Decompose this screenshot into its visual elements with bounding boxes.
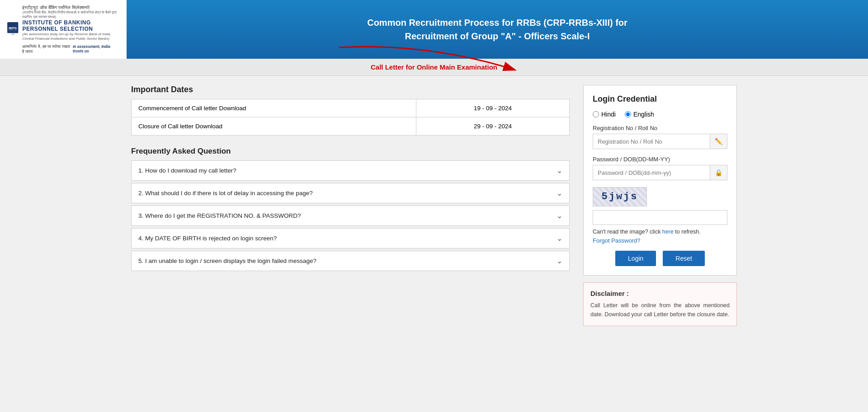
logo-text: इंस्टीट्यूट ऑफ बैंकिंग पर्सोनेल सिलेक्शन… — [22, 5, 120, 54]
pass-input-row: 🔒 — [593, 165, 727, 180]
language-selector: Hindi English — [593, 111, 727, 118]
captcha-input[interactable] — [593, 210, 727, 225]
captcha-refresh-link[interactable]: here — [662, 229, 674, 235]
logo-org-subtitle: (An autonomous body set up by Reserve Ba… — [22, 32, 120, 42]
table-row: Commencement of Call letter Download 19 … — [132, 99, 570, 117]
login-buttons: Login Reset — [593, 251, 727, 266]
logo-hindi-text: इंस्टीट्यूट ऑफ बैंकिंग पर्सोनेल सिलेक्शन… — [22, 5, 120, 10]
ibps-logo-icon: IBPS प्रतीक — [7, 16, 19, 42]
pass-field-label: Password / DOB(DD-MM-YY) — [593, 156, 727, 163]
lang-english-label: English — [633, 111, 654, 118]
right-column: Login Credential Hindi English Registrat… — [583, 85, 737, 326]
sub-header-banner: Call Letter for Online Main Examination — [0, 59, 868, 76]
faq-title: Frequently Asked Question — [131, 147, 570, 156]
login-button[interactable]: Login — [615, 251, 656, 266]
faq-question-text: 5. I am unable to login / screen display… — [138, 258, 316, 264]
page-header: IBPS प्रतीक इंस्टीट्यूट ऑफ बैंकिंग पर्सो… — [0, 0, 868, 59]
captcha-image: 5jwjs — [593, 187, 647, 206]
faq-item[interactable]: 1. How do I download my call letter? ⌄ — [131, 160, 570, 181]
chevron-down-icon: ⌄ — [557, 166, 562, 175]
faq-item[interactable]: 2. What should I do if there is lot of d… — [131, 183, 570, 203]
faq-question-text: 4. My DATE OF BIRTH is rejected on login… — [138, 235, 277, 242]
header-main-title: Common Recruitment Process for RRBs (CRP… — [367, 16, 627, 43]
logo-org-title: INSTITUTE OF BANKING PERSONNEL SELECTION — [22, 19, 120, 32]
main-content: Important Dates Commencement of Call let… — [118, 76, 750, 335]
faq-question-text: 2. What should I do if there is lot of d… — [138, 190, 313, 197]
lang-english-radio[interactable]: English — [625, 111, 654, 118]
chevron-down-icon: ⌄ — [557, 234, 562, 243]
left-column: Important Dates Commencement of Call let… — [131, 85, 570, 326]
captcha-help-post: to refresh. — [674, 229, 701, 235]
date-label: Closure of Call letter Download — [132, 117, 416, 136]
login-panel: Login Credential Hindi English Registrat… — [583, 85, 737, 276]
faq-item[interactable]: 4. My DATE OF BIRTH is rejected on login… — [131, 228, 570, 248]
lang-hindi-label: Hindi — [601, 111, 616, 118]
important-dates-title: Important Dates — [131, 85, 570, 94]
svg-text:IBPS: IBPS — [9, 26, 17, 30]
captcha-help-text: Can't read the image? click here to refr… — [593, 229, 727, 235]
reg-field-label: Registration No / Roll No — [593, 125, 727, 131]
reg-input[interactable] — [593, 135, 710, 149]
disclaimer-panel: Disclaimer : Call Letter will be online … — [583, 282, 737, 326]
logo-tagline-en: In assessment, India trusts us — [73, 44, 120, 54]
pass-input[interactable] — [593, 166, 710, 180]
faq-item[interactable]: 5. I am unable to login / screen display… — [131, 251, 570, 271]
faq-question-text: 1. How do I download my call letter? — [138, 167, 236, 174]
table-row: Closure of Call letter Download 29 - 09 … — [132, 117, 570, 136]
svg-text:प्रतीक: प्रतीक — [11, 33, 15, 35]
lang-english-input[interactable] — [625, 111, 631, 117]
logo-hindi-subtext: (भारतीय रिजर्व बैंक, केंद्रीय वित्तीय सं… — [22, 10, 120, 19]
logo-tagline-hindi: आत्मनिर्भर में, हम पर भरोसा रखता है भारत — [22, 44, 72, 54]
date-value: 29 - 09 - 2024 — [416, 117, 569, 136]
edit-icon: ✏️ — [710, 134, 727, 149]
reg-input-row: ✏️ — [593, 134, 727, 149]
faq-list: 1. How do I download my call letter? ⌄ 2… — [131, 160, 570, 271]
disclaimer-text: Call Letter will be online from the abov… — [590, 301, 730, 319]
faq-item[interactable]: 3. Where do I get the REGISTRATION NO. &… — [131, 206, 570, 226]
lang-hindi-radio[interactable]: Hindi — [593, 111, 616, 118]
date-label: Commencement of Call letter Download — [132, 99, 416, 117]
date-value: 19 - 09 - 2024 — [416, 99, 569, 117]
chevron-down-icon: ⌄ — [557, 189, 562, 197]
captcha-help-pre: Can't read the image? click — [593, 229, 662, 235]
disclaimer-title: Disclaimer : — [590, 290, 730, 297]
chevron-down-icon: ⌄ — [557, 211, 562, 220]
forgot-password-link[interactable]: Forgot Password? — [593, 237, 727, 244]
lang-hindi-input[interactable] — [593, 111, 599, 117]
logo-area: IBPS प्रतीक इंस्टीट्यूट ऑफ बैंकिंग पर्सो… — [0, 0, 127, 59]
login-title: Login Credential — [593, 94, 727, 104]
important-dates-table: Commencement of Call letter Download 19 … — [131, 99, 570, 136]
lock-icon: 🔒 — [710, 165, 727, 180]
header-title-area: Common Recruitment Process for RRBs (CRP… — [127, 0, 868, 59]
reset-button[interactable]: Reset — [663, 251, 705, 266]
sub-header-text: Call Letter for Online Main Examination — [371, 63, 497, 71]
faq-question-text: 3. Where do I get the REGISTRATION NO. &… — [138, 212, 301, 219]
chevron-down-icon: ⌄ — [557, 257, 562, 265]
